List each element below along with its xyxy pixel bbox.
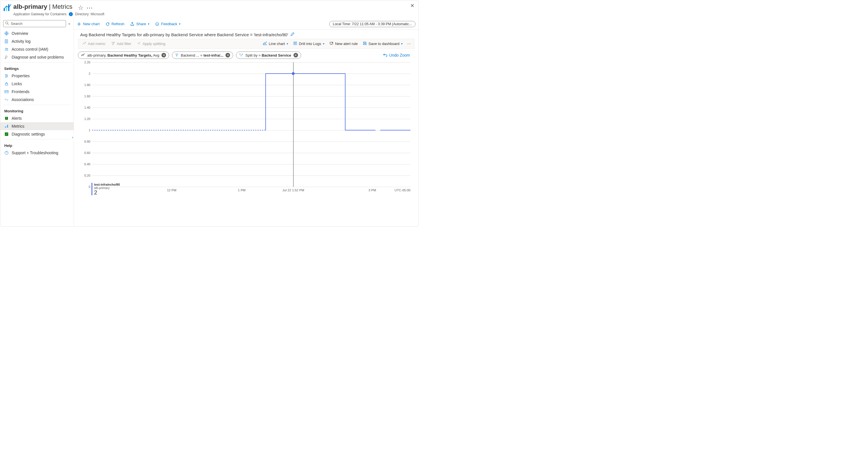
alert-icon [4, 116, 9, 121]
sidebar-item-properties[interactable]: Properties [0, 72, 74, 80]
save-icon [363, 41, 367, 46]
nav-group-monitoring: Monitoring [0, 106, 74, 114]
chart-title: Avg Backend Healthy Targets for alb-prim… [80, 32, 288, 37]
share-icon [130, 22, 134, 26]
apply-splitting-button[interactable]: Apply splitting [134, 40, 167, 47]
chart[interactable]: 00.200.400.600.8011.201.401.601.8022.201… [78, 61, 414, 196]
x-tick-label: 1 PM [238, 189, 246, 192]
link-icon [4, 97, 9, 102]
y-tick-label: 2 [82, 72, 90, 75]
chart-type-button[interactable]: Line chart ▾ [260, 40, 290, 47]
chevron-down-icon: ▾ [323, 42, 324, 45]
search-icon [5, 21, 9, 26]
sidebar-item-label: Access control (IAM) [11, 47, 48, 52]
legend[interactable]: test-infra/echo/80 alb-primary 2 [92, 183, 120, 195]
nav-group-settings: Settings [0, 64, 74, 72]
chevron-down-icon: ▾ [179, 22, 181, 26]
resource-name: alb-primary [13, 3, 47, 10]
remove-pill-icon[interactable]: ✕ [161, 53, 166, 58]
x-tick-label: Jul 22 1:52 PM [282, 189, 304, 192]
sidebar-item-support-troubleshooting[interactable]: Support + Troubleshooting [0, 149, 74, 157]
new-chart-button[interactable]: New chart [74, 19, 102, 29]
svg-point-27 [242, 54, 243, 55]
chevron-down-icon: ▾ [148, 22, 149, 26]
collapse-sidebar-icon[interactable]: « [68, 22, 71, 26]
doc-icon [4, 39, 9, 43]
metric-pill[interactable]: alb-primary, Backend Healthy Targets, Av… [78, 52, 169, 59]
sidebar-item-metrics[interactable]: Metrics [0, 122, 74, 130]
drill-logs-button[interactable]: Drill into Logs ▾ [291, 40, 327, 47]
cursor-point [292, 72, 294, 75]
close-icon[interactable]: ✕ [410, 3, 414, 9]
add-filter-button[interactable]: Add filter [109, 40, 133, 47]
share-button[interactable]: Share ▾ [127, 19, 152, 29]
more-icon[interactable]: ⋯ [405, 42, 412, 46]
card-icon [4, 90, 9, 94]
y-tick-label: 0 [82, 185, 90, 189]
y-tick-label: 2.20 [82, 61, 90, 64]
line-chart-icon [262, 41, 267, 46]
info-icon[interactable]: i [69, 12, 73, 16]
split-icon [137, 41, 141, 46]
sidebar-item-label: Properties [11, 74, 30, 78]
directory-label: Directory: Microsoft [75, 12, 104, 16]
page-section: Metrics [53, 3, 72, 10]
lock-icon [4, 81, 9, 86]
alert-icon [330, 41, 334, 46]
time-range-picker[interactable]: Local Time: 7/22 11:05 AM - 3:39 PM (Aut… [329, 21, 415, 27]
legend-series: test-infra/echo/80 [94, 183, 120, 186]
edit-icon[interactable] [290, 32, 294, 37]
globe-icon [4, 31, 9, 36]
sidebar-item-label: Overview [11, 31, 28, 36]
favorite-icon[interactable]: ☆ [78, 4, 84, 11]
refresh-icon [105, 22, 110, 26]
feedback-button[interactable]: Feedback ▾ [152, 19, 183, 29]
panel-collapse-icon[interactable]: ‹ [71, 134, 74, 141]
sidebar-item-access-control-iam-[interactable]: Access control (IAM) [0, 45, 74, 53]
chevron-down-icon: ▾ [401, 42, 403, 45]
svg-rect-13 [5, 91, 8, 93]
add-metric-button[interactable]: Add metric [80, 40, 107, 47]
sidebar-item-activity-log[interactable]: Activity log [0, 37, 74, 45]
legend-scope: alb-primary [94, 186, 120, 190]
remove-pill-icon[interactable]: ✕ [225, 53, 230, 58]
new-alert-button[interactable]: New alert rule [327, 40, 360, 47]
cursor-line [293, 62, 293, 187]
svg-rect-12 [5, 83, 8, 85]
nav-group-help: Help [0, 141, 74, 149]
sidebar-item-frontends[interactable]: Frontends [0, 88, 74, 96]
sidebar-item-diagnostic-settings[interactable]: Diagnostic settings [0, 130, 74, 138]
split-pill[interactable]: Split by = Backend Service ✕ [236, 52, 301, 59]
more-icon[interactable]: ⋯ [86, 4, 93, 11]
plot-area[interactable]: 00.200.400.600.8011.201.401.601.8022.201… [92, 62, 410, 187]
sidebar-item-associations[interactable]: Associations [0, 96, 74, 104]
svg-point-8 [7, 48, 8, 49]
sidebar-item-overview[interactable]: Overview [0, 29, 74, 37]
svg-point-7 [5, 48, 6, 49]
smile-icon [155, 22, 159, 26]
refresh-button[interactable]: Refresh [102, 19, 127, 29]
sidebar-item-label: Frontends [11, 90, 29, 94]
svg-point-21 [156, 23, 157, 24]
page-title: alb-primary | Metrics ☆ ⋯ [13, 2, 104, 11]
filter-pill[interactable]: Backend ... = test-infra/... ✕ [172, 52, 233, 59]
people-icon [4, 47, 9, 52]
sidebar-item-locks[interactable]: Locks [0, 80, 74, 88]
y-tick-label: 0.40 [82, 163, 90, 166]
sidebar-item-label: Diagnose and solve problems [11, 55, 64, 60]
y-tick-label: 0.80 [82, 140, 90, 143]
metrics-toolbar: New chart Refresh Share ▾ Feedback ▾ Loc… [74, 19, 418, 30]
sidebar-item-label: Metrics [11, 124, 24, 129]
svg-line-4 [8, 24, 9, 25]
sidebar-item-alerts[interactable]: Alerts [0, 114, 74, 122]
sidebar-item-diagnose-and-solve-problems[interactable]: Diagnose and solve problems [0, 53, 74, 61]
sidebar-item-label: Diagnostic settings [11, 132, 45, 136]
remove-pill-icon[interactable]: ✕ [293, 53, 298, 58]
chevron-down-icon: ▾ [287, 42, 288, 45]
sliders-icon [4, 74, 9, 78]
save-dashboard-button[interactable]: Save to dashboard ▾ [361, 40, 405, 47]
undo-zoom-button[interactable]: Undo Zoom [383, 53, 414, 58]
resource-type-icon [3, 3, 11, 12]
svg-point-25 [240, 54, 241, 54]
search-input[interactable]: Search [3, 20, 66, 27]
